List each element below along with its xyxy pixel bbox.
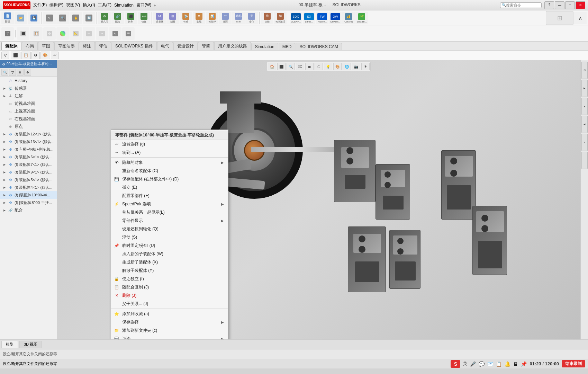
tree-item-asm9[interactable]: ▶ ⚙ (f) 装配体9<1> (默认... <box>0 168 57 176</box>
tab-sw-plugins[interactable]: SOLIDWORKS 插件 <box>111 42 157 50</box>
menu-window[interactable]: 窗口(W) <box>136 2 151 8</box>
ctx-item-goto[interactable]: → 转到... (A) <box>111 148 228 157</box>
pattern-btn[interactable]: ⬛ 阵列 <box>125 12 137 24</box>
lp-collapse-btn[interactable]: ⊖ <box>24 69 31 76</box>
costing-btn[interactable]: 💰 Costing <box>342 12 355 24</box>
lp-expand-btn[interactable]: ⊕ <box>17 69 24 76</box>
tree-item-sensors[interactable]: ▶ 📡 传感器 <box>0 84 57 92</box>
select-filter-btn[interactable]: ▽ <box>1 27 14 40</box>
tab-sketch-ink[interactable]: 草图油墨 <box>54 42 79 50</box>
secondary-btn2[interactable]: 📋 <box>21 52 31 59</box>
section-btn[interactable]: ⊡ 剖面 <box>166 12 179 24</box>
new-assembly-btn[interactable]: ⬛ <box>17 27 29 40</box>
right-panel-btn1[interactable]: ⊡ <box>581 62 588 79</box>
tree-item-asm8[interactable]: ▶ ⚙ (f) [装配体8^00-半挂... <box>0 199 57 206</box>
change-btn[interactable]: 变 变化 <box>245 12 258 24</box>
tree-item-history[interactable]: ⏱ History <box>0 77 57 84</box>
performance-btn[interactable]: 📊 性能评 <box>206 12 218 24</box>
ctx-item-temp-fix[interactable]: 📌 临时固定/分组 (U) <box>111 241 228 250</box>
mic-icon[interactable]: 🎤 <box>470 361 476 367</box>
ctx-item-dissolve[interactable]: 解散子装配体 (Y) <box>111 266 228 275</box>
ctx-item-isolate[interactable]: 孤立 (E) <box>111 183 228 192</box>
sensor-btn[interactable]: 📡 传感 <box>180 12 192 24</box>
ctx-item-delete[interactable]: ✕ 删除 (J) <box>111 291 228 300</box>
3dexperience-btn[interactable]: 3DX 3DEXP... <box>290 12 302 24</box>
tab-tube[interactable]: 管筒 <box>198 42 214 50</box>
ctx-item-copy-with-mates[interactable]: 📋 随配合复制 (J) <box>111 283 228 291</box>
tree-item-asm6[interactable]: ▶ ⚙ (f) 装配体6<1> (默认... <box>0 153 57 161</box>
ctx-item-hidden-objects[interactable]: 👁 隐藏的对象 ▶ <box>111 158 228 167</box>
open-recent-btn[interactable]: 📋 <box>30 27 43 40</box>
3d-view-btn[interactable]: 3D <box>122 27 135 40</box>
assembly-btn[interactable]: ⚙ 装配 <box>193 12 205 24</box>
tree-item-asm10[interactable]: ▶ ⚙ (f) [装配体10^00-半... <box>0 191 57 199</box>
maximize-btn[interactable]: □ <box>565 1 575 9</box>
right-panel-btn2[interactable]: ▶ <box>581 80 588 97</box>
ctx-item-comment[interactable]: 💬 评论 ▶ <box>111 335 228 339</box>
mass-prop-btn[interactable]: M 质量属 <box>153 12 166 24</box>
new-btn[interactable]: 📄 新建 <box>1 12 14 24</box>
ctx-item-save-asm[interactable]: 💾 保存装配体 (在外部文件中) (D) <box>111 175 228 183</box>
tree-item-right-plane[interactable]: ▭ 右视基准面 <box>0 115 57 123</box>
tab-sketch[interactable]: 草图 <box>38 42 54 50</box>
undo-btn[interactable]: ↩ <box>83 27 95 40</box>
tab-user-routing[interactable]: 用户定义的线路 <box>214 42 251 50</box>
secondary-btn3[interactable]: ⚙ <box>31 52 40 59</box>
tab-layout[interactable]: 布局 <box>22 42 38 50</box>
ctx-item-new-sub[interactable]: 生成新子装配体 (X) <box>111 258 228 266</box>
ctx-item-invert-select[interactable]: ↩ 逆转选择 (g) <box>111 140 228 148</box>
secondary-btn4[interactable]: 🎨 <box>40 52 50 59</box>
tree-item-asm13[interactable]: ▶ ⚙ (f) 装配体13<1> (默认... <box>0 138 57 145</box>
right-panel-btn6[interactable]: - <box>581 152 588 169</box>
tree-item-asm4[interactable]: ▶ ⚙ (f) 装配体4<1> (默认... <box>0 184 57 191</box>
menu-view[interactable]: 视图(V) <box>66 2 80 8</box>
tree-item-asm5[interactable]: ▶ ⚙ (f) 装配体5<1> (默认... <box>0 176 57 184</box>
tree-item-origin[interactable]: ⊕ 原点 <box>0 123 57 130</box>
insert-comp-btn[interactable]: ⚙ 插入零 <box>98 12 111 24</box>
ctx-item-config-comp[interactable]: 配置零部件 (F) <box>111 192 228 200</box>
open-btn[interactable]: 📂 <box>15 12 27 24</box>
select-btn[interactable]: ↖ <box>43 12 56 24</box>
tab-model[interactable]: 模型 <box>1 341 18 348</box>
tab-pipe-design[interactable]: 管道设计 <box>173 42 198 50</box>
ctx-item-speedpak[interactable]: ⚡ SpeedPak 选项 ▶ <box>111 200 228 208</box>
tree-item-chassis[interactable]: ▶ ⚙ (f) 车桥+钢板+刹车总... <box>0 145 57 153</box>
redo-btn[interactable]: ↪ <box>96 27 108 40</box>
counter-btn[interactable]: 对称 对称 <box>232 12 245 24</box>
driveworks-btn[interactable]: DW DriveW... <box>329 12 342 24</box>
save-btn[interactable]: 💾 <box>28 12 40 24</box>
ctx-item-make-independent[interactable]: 🔓 使之独立 (I) <box>111 275 228 283</box>
mate-btn[interactable]: 🔗 配合 <box>111 12 124 24</box>
viewport[interactable]: 🏠 ⬛ 🔍 3D ◼ ⬡ 💡 🎨 🌐 📷 👁 <box>57 60 580 339</box>
tab-sw-cam[interactable]: SOLIDWORKS CAM <box>296 43 342 50</box>
ctx-item-insert-sub[interactable]: 插入新的子装配体 (W) <box>111 250 228 258</box>
end-record-btn[interactable]: 结束录制 <box>562 360 585 367</box>
ctx-item-rename-asm[interactable]: 重新命名装配体 (C) <box>111 167 228 175</box>
tree-item-front-plane[interactable]: ▭ 前视基准面 <box>0 100 57 107</box>
tab-mbd[interactable]: MBD <box>279 43 296 50</box>
close-btn[interactable]: ✕ <box>576 1 585 9</box>
ctx-item-float[interactable]: 浮动 (S) <box>111 233 228 241</box>
mail-icon[interactable]: 📧 <box>487 361 493 367</box>
tree-item-asm12[interactable]: ▶ ⚙ (f) 装配体12<1> (默认... <box>0 130 57 138</box>
right-panel-btn5[interactable]: + <box>581 134 588 151</box>
secondary-btn5[interactable]: ↩ <box>51 52 59 59</box>
ctx-item-save-selection[interactable]: 保存选择 ▶ <box>111 318 228 326</box>
tree-item-mating[interactable]: ▶ 🔗 配合 <box>0 206 57 214</box>
options-btn[interactable]: ⚙ <box>43 27 56 40</box>
pan-btn[interactable]: ✋ <box>70 12 82 24</box>
right-panel-btn3[interactable]: ▼ <box>581 98 588 115</box>
floworks-btn[interactable]: FW FloWo... <box>316 12 328 24</box>
chat-icon[interactable]: 💬 <box>479 361 485 367</box>
sustainability-btn[interactable]: 🌱 Sustain... <box>355 12 368 24</box>
check-btn[interactable]: 检 检测激活 <box>274 12 287 24</box>
simulationxpress-btn[interactable]: SX Simul... <box>303 12 315 24</box>
ctx-item-add-favorites[interactable]: ⭐ 添加到收藏 (a) <box>111 310 228 318</box>
menu-simulation[interactable]: Simulation <box>114 3 134 8</box>
tree-item-annotation[interactable]: ▶ A 注解 <box>0 92 57 100</box>
tab-markup[interactable]: 标注 <box>79 42 95 50</box>
minimize-btn[interactable]: — <box>555 1 564 9</box>
right-panel-btn4[interactable]: ◀ <box>581 116 588 133</box>
menu-edit[interactable]: 编辑(E) <box>49 2 63 8</box>
ctx-item-comp-display[interactable]: 零部件显示 ▶ <box>111 216 228 225</box>
